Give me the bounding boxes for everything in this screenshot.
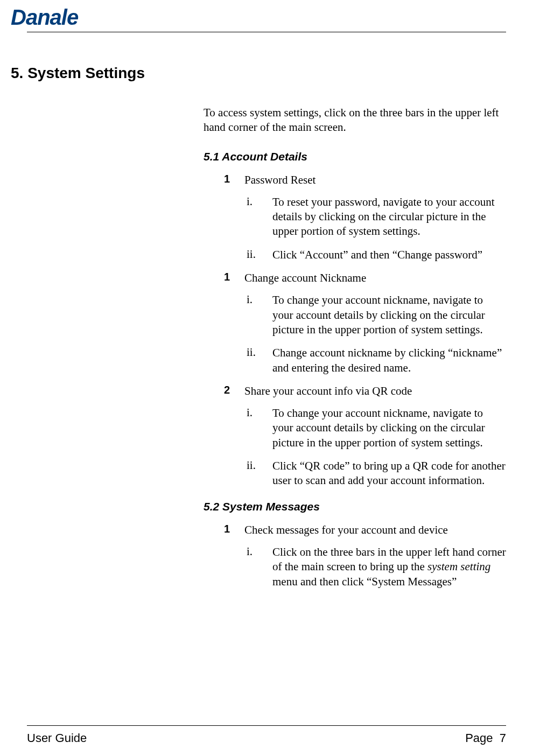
roman-numeral: ii. [247,248,272,262]
list-subitem: i. To change your account nickname, navi… [247,406,506,450]
roman-numeral: i. [247,406,272,450]
item-number: 1 [224,523,244,537]
list-subitem: i. To reset your password, navigate to y… [247,195,506,239]
list-subitem: ii. Click “Account” and then “Change pas… [247,248,506,262]
list-subitem: i. To change your account nickname, navi… [247,293,506,337]
list-item: 1 Password Reset [224,173,506,187]
list-subitem: ii. Click “QR code” to bring up a QR cod… [247,459,506,488]
step-text: Click “QR code” to bring up a QR code fo… [272,459,506,488]
footer-right: Page 7 [465,731,506,745]
item-number: 1 [224,271,244,285]
content: 5. System Settings To access system sett… [0,32,533,589]
step-text: Click “Account” and then “Change passwor… [272,248,482,262]
section-title: 5. System Settings [11,65,506,82]
list-item: 1 Check messages for your account and de… [224,523,506,537]
roman-numeral: ii. [247,346,272,375]
logo: Danale [11,5,533,30]
step-text: To change your account nickname, navigat… [272,293,506,337]
divider-bottom [27,725,506,726]
header: Danale [0,0,533,30]
roman-numeral: i. [247,195,272,239]
step-text: Change account nickname by clicking “nic… [272,346,506,375]
list-item: 1 Change account Nickname [224,271,506,285]
item-title: Check messages for your account and devi… [244,523,448,537]
step-text: To reset your password, navigate to your… [272,195,506,239]
roman-numeral: i. [247,545,272,589]
item-title: Password Reset [244,173,315,187]
item-title: Share your account info via QR code [244,384,412,398]
intro-text: To access system settings, click on the … [204,106,506,135]
footer: User Guide Page 7 [27,731,506,745]
subsection-5-1: 5.1 Account Details [204,150,506,163]
roman-numeral: i. [247,293,272,337]
list-subitem: i. Click on the three bars in the upper … [247,545,506,589]
footer-left: User Guide [27,731,87,745]
step-text: Click on the three bars in the upper lef… [272,545,506,589]
subsection-5-2: 5.2 System Messages [204,500,506,513]
step-text: To change your account nickname, navigat… [272,406,506,450]
roman-numeral: ii. [247,459,272,488]
body-block: To access system settings, click on the … [204,106,506,589]
list-subitem: ii. Change account nickname by clicking … [247,346,506,375]
item-number: 1 [224,173,244,187]
item-number: 2 [224,384,244,398]
list-item: 2 Share your account info via QR code [224,384,506,398]
item-title: Change account Nickname [244,271,366,285]
